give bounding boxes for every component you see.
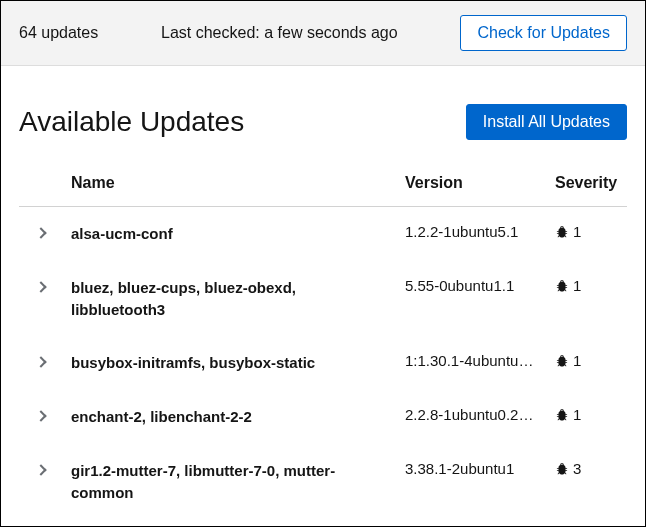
expand-toggle[interactable] xyxy=(19,390,63,444)
install-all-updates-button[interactable]: Install All Updates xyxy=(466,104,627,140)
chevron-right-icon xyxy=(35,410,46,421)
chevron-right-icon xyxy=(35,227,46,238)
bug-icon xyxy=(555,408,569,425)
package-name: gir1.2-mutter-7, libmutter-7-0, mutter-c… xyxy=(63,444,397,520)
bug-icon xyxy=(555,462,569,479)
severity-count: 3 xyxy=(573,460,581,477)
table-row: alsa-ucm-conf 1.2.2-1ubuntu5.1 1 xyxy=(19,207,627,261)
package-name: alsa-ucm-conf xyxy=(63,207,397,261)
package-version: 1:1.30.1-4ubuntu9.1 xyxy=(397,336,547,390)
header-bar: 64 updates Last checked: a few seconds a… xyxy=(1,1,645,66)
package-name: busybox-initramfs, busybox-static xyxy=(63,336,397,390)
package-version: 1.2.2-1ubuntu5.1 xyxy=(397,207,547,261)
table-row: gir1.2-mutter-7, libmutter-7-0, mutter-c… xyxy=(19,444,627,520)
package-severity: 1 xyxy=(547,336,627,390)
check-for-updates-button[interactable]: Check for Updates xyxy=(460,15,627,51)
table-row: bluez, bluez-cups, bluez-obexd, libbluet… xyxy=(19,261,627,337)
severity-count: 1 xyxy=(573,406,581,423)
package-severity: 1 xyxy=(547,207,627,261)
package-version: 5.55-0ubuntu1.1 xyxy=(397,261,547,337)
package-severity: 1 xyxy=(547,390,627,444)
expand-toggle[interactable] xyxy=(19,207,63,261)
title-row: Available Updates Install All Updates xyxy=(19,104,627,140)
chevron-right-icon xyxy=(35,281,46,292)
update-count: 64 updates xyxy=(19,24,98,42)
package-version: 3.38.1-2ubuntu1 xyxy=(397,444,547,520)
severity-count: 1 xyxy=(573,223,581,240)
chevron-right-icon xyxy=(35,464,46,475)
table-row: enchant-2, libenchant-2-2 2.2.8-1ubuntu0… xyxy=(19,390,627,444)
expand-toggle[interactable] xyxy=(19,261,63,337)
column-severity: Severity xyxy=(547,164,627,207)
package-version: 2.2.8-1ubuntu0.2… xyxy=(397,390,547,444)
expand-toggle[interactable] xyxy=(19,336,63,390)
column-name: Name xyxy=(63,164,397,207)
column-version: Version xyxy=(397,164,547,207)
chevron-right-icon xyxy=(35,357,46,368)
page-title: Available Updates xyxy=(19,106,244,138)
scroll-area[interactable]: 64 updates Last checked: a few seconds a… xyxy=(1,1,645,526)
severity-count: 1 xyxy=(573,352,581,369)
content-area: Available Updates Install All Updates Na… xyxy=(1,66,645,519)
updates-table: Name Version Severity alsa-ucm-conf 1.2.… xyxy=(19,164,627,519)
table-header-row: Name Version Severity xyxy=(19,164,627,207)
package-name: bluez, bluez-cups, bluez-obexd, libbluet… xyxy=(63,261,397,337)
severity-count: 1 xyxy=(573,277,581,294)
package-severity: 1 xyxy=(547,261,627,337)
column-expand xyxy=(19,164,63,207)
bug-icon xyxy=(555,225,569,242)
package-name: enchant-2, libenchant-2-2 xyxy=(63,390,397,444)
bug-icon xyxy=(555,354,569,371)
expand-toggle[interactable] xyxy=(19,444,63,520)
last-checked-label: Last checked: a few seconds ago xyxy=(110,24,448,42)
bug-icon xyxy=(555,279,569,296)
table-row: busybox-initramfs, busybox-static 1:1.30… xyxy=(19,336,627,390)
package-severity: 3 xyxy=(547,444,627,520)
